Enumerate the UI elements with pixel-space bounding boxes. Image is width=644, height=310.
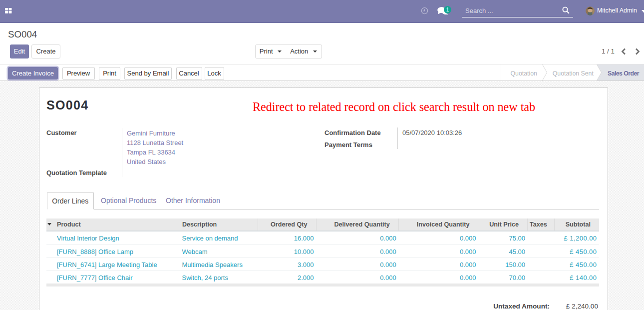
svg-text:Sales Order: Sales Order	[608, 70, 640, 77]
svg-text:Quotation Sent: Quotation Sent	[553, 70, 594, 77]
svg-text:Quotation: Quotation	[511, 70, 537, 77]
